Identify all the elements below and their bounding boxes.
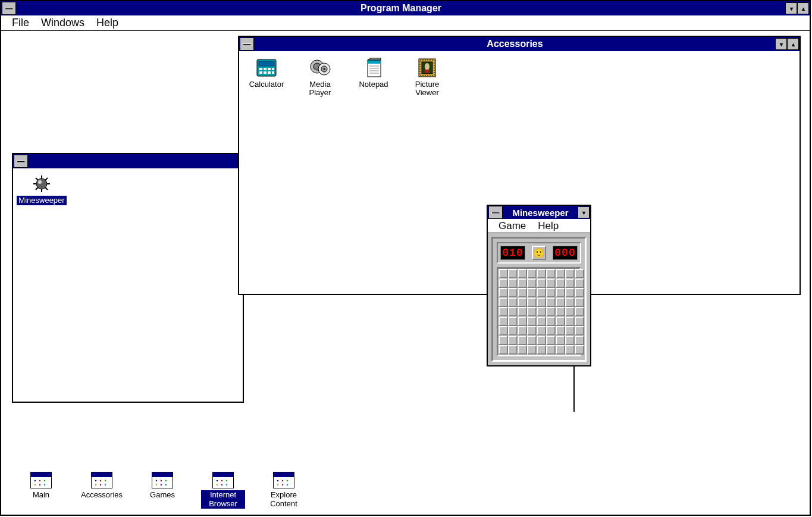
games-system-menu-icon[interactable] <box>14 155 28 168</box>
mine-cell[interactable] <box>499 278 508 288</box>
mine-cell[interactable] <box>499 297 508 307</box>
mine-cell[interactable] <box>565 336 575 345</box>
mine-cell[interactable] <box>546 317 556 326</box>
minesweeper-system-menu-icon[interactable] <box>488 206 503 219</box>
mine-cell[interactable] <box>546 336 556 345</box>
mine-cell[interactable] <box>565 269 575 278</box>
mine-cell[interactable] <box>565 317 575 326</box>
mine-cell[interactable] <box>565 326 575 336</box>
minesweeper-program-icon[interactable]: Minesweeper <box>18 173 65 205</box>
group-explore-content[interactable]: Explore Content <box>262 472 306 509</box>
mine-cell[interactable] <box>518 317 527 326</box>
mine-cell[interactable] <box>508 317 518 326</box>
mine-cell[interactable] <box>518 345 527 355</box>
pm-maximize-button[interactable]: ▴ <box>797 2 809 14</box>
group-internet-browser[interactable]: Internet Browser <box>201 472 245 509</box>
minesweeper-minimize-button[interactable]: ▾ <box>578 206 590 218</box>
mine-cell[interactable] <box>565 345 575 355</box>
minesweeper-app-window[interactable]: Minesweeper ▾ Game Help 010 🙂 000 <box>487 205 591 366</box>
minesweeper-menu-game[interactable]: Game <box>493 219 532 233</box>
mine-cell[interactable] <box>537 269 546 278</box>
mine-cell[interactable] <box>556 317 565 326</box>
mine-cell[interactable] <box>556 278 565 288</box>
mine-cell[interactable] <box>546 288 556 297</box>
pm-minimize-button[interactable]: ▾ <box>785 2 797 14</box>
mine-cell[interactable] <box>527 288 537 297</box>
mine-cell[interactable] <box>499 269 508 278</box>
mine-cell[interactable] <box>527 336 537 345</box>
mine-cell[interactable] <box>546 278 556 288</box>
mine-cell[interactable] <box>546 326 556 336</box>
pictureviewer-program-icon[interactable]: Picture Viewer <box>403 57 451 98</box>
mine-cell[interactable] <box>537 297 546 307</box>
mediaplayer-program-icon[interactable]: Media Player <box>296 57 344 98</box>
mine-cell[interactable] <box>508 269 518 278</box>
mine-cell[interactable] <box>527 269 537 278</box>
mine-cell[interactable] <box>575 326 584 336</box>
mine-cell[interactable] <box>499 317 508 326</box>
mine-cell[interactable] <box>556 345 565 355</box>
smiley-reset-button[interactable]: 🙂 <box>532 246 546 260</box>
mine-cell[interactable] <box>537 307 546 317</box>
mine-cell[interactable] <box>499 336 508 345</box>
mine-cell[interactable] <box>556 336 565 345</box>
mine-cell[interactable] <box>546 269 556 278</box>
mine-cell[interactable] <box>527 317 537 326</box>
mine-cell[interactable] <box>537 288 546 297</box>
calculator-program-icon[interactable]: Calculator <box>243 57 290 89</box>
mine-cell[interactable] <box>537 336 546 345</box>
mine-cell[interactable] <box>518 269 527 278</box>
pm-menu-file[interactable]: File <box>6 15 35 30</box>
minesweeper-titlebar[interactable]: Minesweeper ▾ <box>488 206 590 219</box>
mine-cell[interactable] <box>556 269 565 278</box>
mine-cell[interactable] <box>527 278 537 288</box>
mine-cell[interactable] <box>546 345 556 355</box>
mine-cell[interactable] <box>518 336 527 345</box>
accessories-titlebar[interactable]: Accessories ▾ ▴ <box>239 37 800 51</box>
mine-cell[interactable] <box>575 345 584 355</box>
mine-cell[interactable] <box>556 326 565 336</box>
pm-system-menu-icon[interactable] <box>2 2 16 15</box>
mine-cell[interactable] <box>537 345 546 355</box>
mine-cell[interactable] <box>518 297 527 307</box>
minesweeper-menu-help[interactable]: Help <box>532 219 565 233</box>
mine-cell[interactable] <box>546 297 556 307</box>
mine-cell[interactable] <box>508 336 518 345</box>
games-group-window[interactable]: Minesweeper <box>12 153 244 403</box>
mine-cell[interactable] <box>518 326 527 336</box>
mine-cell[interactable] <box>527 307 537 317</box>
mine-cell[interactable] <box>508 307 518 317</box>
mine-cell[interactable] <box>527 345 537 355</box>
pm-menu-help[interactable]: Help <box>90 15 124 30</box>
minefield-grid[interactable] <box>497 267 581 356</box>
mine-cell[interactable] <box>508 278 518 288</box>
group-main[interactable]: Main <box>19 472 63 500</box>
pm-menu-windows[interactable]: Windows <box>35 15 90 30</box>
mine-cell[interactable] <box>575 278 584 288</box>
mine-cell[interactable] <box>537 278 546 288</box>
mine-cell[interactable] <box>565 278 575 288</box>
pm-titlebar[interactable]: Program Manager ▾ ▴ <box>1 1 810 15</box>
group-accessories[interactable]: Accessories <box>80 472 124 500</box>
mine-cell[interactable] <box>575 336 584 345</box>
mine-cell[interactable] <box>508 345 518 355</box>
mine-cell[interactable] <box>546 307 556 317</box>
games-titlebar[interactable] <box>13 154 243 168</box>
mine-cell[interactable] <box>518 307 527 317</box>
mine-cell[interactable] <box>499 345 508 355</box>
mine-cell[interactable] <box>518 288 527 297</box>
mine-cell[interactable] <box>499 307 508 317</box>
mine-cell[interactable] <box>575 288 584 297</box>
mine-cell[interactable] <box>508 288 518 297</box>
mine-cell[interactable] <box>556 288 565 297</box>
mine-cell[interactable] <box>537 317 546 326</box>
mine-cell[interactable] <box>565 307 575 317</box>
accessories-minimize-button[interactable]: ▾ <box>775 38 787 50</box>
mine-cell[interactable] <box>556 297 565 307</box>
mine-cell[interactable] <box>575 297 584 307</box>
mine-cell[interactable] <box>499 326 508 336</box>
accessories-system-menu-icon[interactable] <box>240 37 254 51</box>
mine-cell[interactable] <box>527 326 537 336</box>
mine-cell[interactable] <box>508 326 518 336</box>
mine-cell[interactable] <box>499 288 508 297</box>
